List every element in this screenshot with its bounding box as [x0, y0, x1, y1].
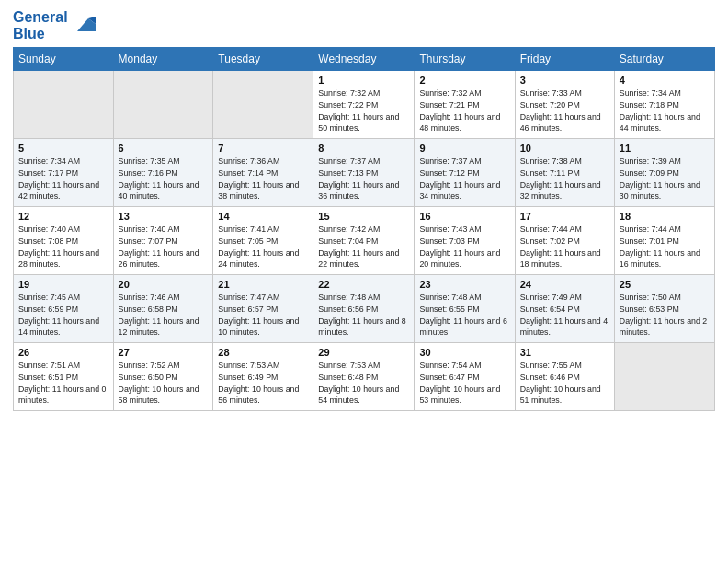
day-info: Sunrise: 7:41 AM Sunset: 7:05 PM Dayligh… [218, 224, 308, 270]
calendar-cell: 1 Sunrise: 7:32 AM Sunset: 7:22 PM Dayli… [313, 71, 415, 139]
day-number: 11 [620, 143, 710, 154]
calendar-cell: 4 Sunrise: 7:34 AM Sunset: 7:18 PM Dayli… [614, 71, 714, 139]
day-info: Sunrise: 7:45 AM Sunset: 6:59 PM Dayligh… [18, 292, 108, 339]
day-info: Sunrise: 7:40 AM Sunset: 7:08 PM Dayligh… [18, 224, 108, 270]
calendar-cell [213, 71, 313, 139]
calendar-cell: 29 Sunrise: 7:53 AM Sunset: 6:48 PM Dayl… [313, 343, 415, 411]
col-header-friday: Friday [515, 48, 614, 71]
calendar-cell: 16 Sunrise: 7:43 AM Sunset: 7:03 PM Dayl… [415, 207, 515, 275]
page-header: General Blue [13, 9, 715, 41]
day-info: Sunrise: 7:39 AM Sunset: 7:09 PM Dayligh… [620, 155, 710, 202]
col-header-wednesday: Wednesday [313, 48, 415, 71]
day-number: 9 [419, 143, 509, 154]
day-number: 19 [18, 279, 108, 290]
day-info: Sunrise: 7:32 AM Sunset: 7:22 PM Dayligh… [318, 87, 409, 134]
day-info: Sunrise: 7:55 AM Sunset: 6:46 PM Dayligh… [520, 360, 609, 407]
day-number: 7 [218, 143, 308, 154]
day-number: 22 [318, 279, 409, 290]
calendar-cell: 30 Sunrise: 7:54 AM Sunset: 6:47 PM Dayl… [415, 343, 515, 411]
day-info: Sunrise: 7:35 AM Sunset: 7:16 PM Dayligh… [119, 155, 209, 202]
day-info: Sunrise: 7:40 AM Sunset: 7:07 PM Dayligh… [119, 224, 209, 270]
day-info: Sunrise: 7:42 AM Sunset: 7:04 PM Dayligh… [318, 224, 409, 270]
day-info: Sunrise: 7:53 AM Sunset: 6:48 PM Dayligh… [318, 360, 409, 407]
day-number: 5 [18, 143, 108, 154]
calendar-header-row: SundayMondayTuesdayWednesdayThursdayFrid… [14, 48, 715, 71]
calendar-body: 1 Sunrise: 7:32 AM Sunset: 7:22 PM Dayli… [14, 71, 715, 411]
calendar-cell: 9 Sunrise: 7:37 AM Sunset: 7:12 PM Dayli… [415, 139, 515, 207]
day-number: 25 [620, 279, 710, 290]
col-header-thursday: Thursday [415, 48, 515, 71]
calendar-cell: 5 Sunrise: 7:34 AM Sunset: 7:17 PM Dayli… [14, 139, 114, 207]
calendar-cell: 21 Sunrise: 7:47 AM Sunset: 6:57 PM Dayl… [213, 275, 313, 343]
day-number: 8 [318, 143, 409, 154]
day-info: Sunrise: 7:34 AM Sunset: 7:18 PM Dayligh… [620, 87, 710, 134]
day-number: 31 [520, 347, 609, 358]
day-info: Sunrise: 7:37 AM Sunset: 7:12 PM Dayligh… [419, 155, 509, 202]
calendar-week-5: 26 Sunrise: 7:51 AM Sunset: 6:51 PM Dayl… [14, 343, 715, 411]
calendar-cell [614, 343, 714, 411]
day-info: Sunrise: 7:33 AM Sunset: 7:20 PM Dayligh… [520, 87, 609, 134]
calendar-cell: 18 Sunrise: 7:44 AM Sunset: 7:01 PM Dayl… [614, 207, 714, 275]
day-number: 23 [419, 279, 509, 290]
day-number: 10 [520, 143, 609, 154]
calendar-cell: 6 Sunrise: 7:35 AM Sunset: 7:16 PM Dayli… [113, 139, 213, 207]
calendar-cell: 26 Sunrise: 7:51 AM Sunset: 6:51 PM Dayl… [14, 343, 114, 411]
calendar-week-2: 5 Sunrise: 7:34 AM Sunset: 7:17 PM Dayli… [14, 139, 715, 207]
col-header-sunday: Sunday [14, 48, 114, 71]
col-header-tuesday: Tuesday [213, 48, 313, 71]
calendar-cell: 28 Sunrise: 7:53 AM Sunset: 6:49 PM Dayl… [213, 343, 313, 411]
day-number: 15 [318, 211, 409, 222]
calendar-cell: 11 Sunrise: 7:39 AM Sunset: 7:09 PM Dayl… [614, 139, 714, 207]
day-info: Sunrise: 7:52 AM Sunset: 6:50 PM Dayligh… [119, 360, 209, 407]
col-header-saturday: Saturday [614, 48, 714, 71]
day-number: 18 [620, 211, 710, 222]
day-info: Sunrise: 7:53 AM Sunset: 6:49 PM Dayligh… [218, 360, 308, 407]
calendar-cell: 12 Sunrise: 7:40 AM Sunset: 7:08 PM Dayl… [14, 207, 114, 275]
day-info: Sunrise: 7:37 AM Sunset: 7:13 PM Dayligh… [318, 155, 409, 202]
logo-icon [70, 11, 99, 40]
calendar-cell: 24 Sunrise: 7:49 AM Sunset: 6:54 PM Dayl… [515, 275, 614, 343]
day-info: Sunrise: 7:44 AM Sunset: 7:01 PM Dayligh… [620, 224, 710, 270]
day-info: Sunrise: 7:48 AM Sunset: 6:56 PM Dayligh… [318, 292, 409, 339]
day-number: 27 [119, 347, 209, 358]
day-number: 16 [419, 211, 509, 222]
calendar-cell: 15 Sunrise: 7:42 AM Sunset: 7:04 PM Dayl… [313, 207, 415, 275]
logo-general: General [13, 9, 68, 25]
calendar-cell: 19 Sunrise: 7:45 AM Sunset: 6:59 PM Dayl… [14, 275, 114, 343]
calendar-week-4: 19 Sunrise: 7:45 AM Sunset: 6:59 PM Dayl… [14, 275, 715, 343]
calendar-cell: 13 Sunrise: 7:40 AM Sunset: 7:07 PM Dayl… [113, 207, 213, 275]
calendar-week-1: 1 Sunrise: 7:32 AM Sunset: 7:22 PM Dayli… [14, 71, 715, 139]
calendar-cell: 31 Sunrise: 7:55 AM Sunset: 6:46 PM Dayl… [515, 343, 614, 411]
day-number: 24 [520, 279, 609, 290]
calendar-cell [14, 71, 114, 139]
col-header-monday: Monday [113, 48, 213, 71]
calendar-cell: 23 Sunrise: 7:48 AM Sunset: 6:55 PM Dayl… [415, 275, 515, 343]
day-info: Sunrise: 7:38 AM Sunset: 7:11 PM Dayligh… [520, 155, 609, 202]
day-info: Sunrise: 7:50 AM Sunset: 6:53 PM Dayligh… [620, 292, 710, 339]
calendar-cell: 2 Sunrise: 7:32 AM Sunset: 7:21 PM Dayli… [415, 71, 515, 139]
day-info: Sunrise: 7:44 AM Sunset: 7:02 PM Dayligh… [520, 224, 609, 270]
day-number: 2 [419, 75, 509, 86]
day-info: Sunrise: 7:34 AM Sunset: 7:17 PM Dayligh… [18, 155, 108, 202]
page-container: General Blue SundayMondayTuesdayWednesda… [0, 0, 728, 419]
day-number: 21 [218, 279, 308, 290]
day-number: 30 [419, 347, 509, 358]
calendar-cell: 25 Sunrise: 7:50 AM Sunset: 6:53 PM Dayl… [614, 275, 714, 343]
day-number: 3 [520, 75, 609, 86]
calendar-cell: 7 Sunrise: 7:36 AM Sunset: 7:14 PM Dayli… [213, 139, 313, 207]
calendar-table: SundayMondayTuesdayWednesdayThursdayFrid… [13, 47, 715, 411]
logo: General Blue [13, 9, 99, 41]
day-number: 4 [620, 75, 710, 86]
calendar-cell: 8 Sunrise: 7:37 AM Sunset: 7:13 PM Dayli… [313, 139, 415, 207]
calendar-cell: 20 Sunrise: 7:46 AM Sunset: 6:58 PM Dayl… [113, 275, 213, 343]
day-number: 29 [318, 347, 409, 358]
day-number: 26 [18, 347, 108, 358]
day-number: 14 [218, 211, 308, 222]
day-number: 17 [520, 211, 609, 222]
day-number: 20 [119, 279, 209, 290]
day-number: 6 [119, 143, 209, 154]
day-info: Sunrise: 7:49 AM Sunset: 6:54 PM Dayligh… [520, 292, 609, 339]
day-info: Sunrise: 7:43 AM Sunset: 7:03 PM Dayligh… [419, 224, 509, 270]
day-info: Sunrise: 7:46 AM Sunset: 6:58 PM Dayligh… [119, 292, 209, 339]
day-number: 12 [18, 211, 108, 222]
